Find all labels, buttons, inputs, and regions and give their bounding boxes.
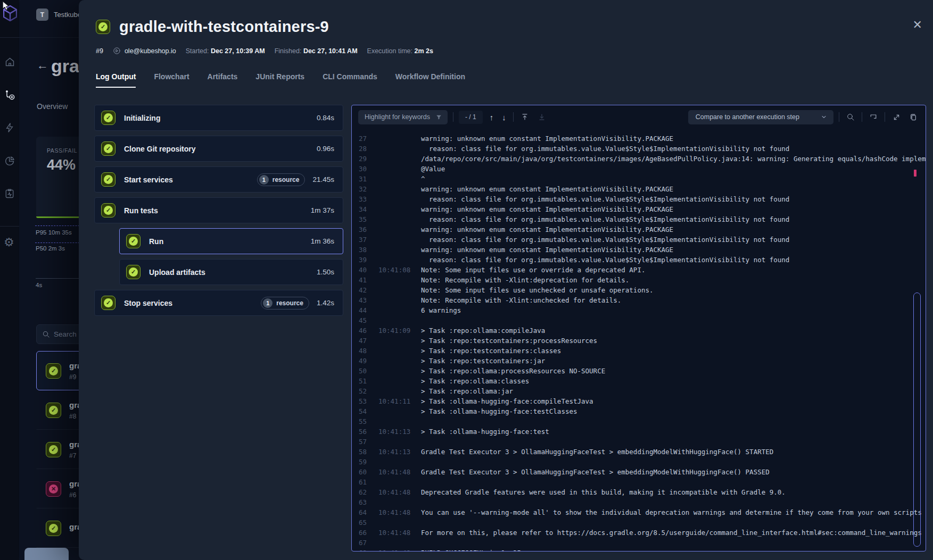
log-line: 64 10:41:48 You can use '--warning-mode … xyxy=(352,507,926,517)
line-text: Gradle Test Executor 3 > OllamaHuggingFa… xyxy=(421,447,773,457)
line-number: 51 xyxy=(354,376,367,386)
line-text: > Task :repo:testcontainers:processResou… xyxy=(421,336,597,346)
line-text: reason: class file for org.immutables.va… xyxy=(421,194,789,204)
highlight-keywords-select[interactable]: Highlight for keywords xyxy=(358,110,448,124)
line-text: > Task :ollama-hugging-face:testClasses xyxy=(421,406,577,416)
search-icon xyxy=(42,330,50,338)
log-line: 62 10:41:48 Deprecated Gradle features w… xyxy=(352,487,926,497)
log-line: 49 > Task :repo:testcontainers:jar xyxy=(352,356,926,366)
log-line: 35 reason: class file for org.immutables… xyxy=(352,214,926,224)
step-status-icon: ✓ xyxy=(101,141,115,156)
settings-gear-icon[interactable]: ⚙ xyxy=(4,237,14,248)
environment-selector[interactable]: T Testkube xyxy=(36,9,81,21)
execution-title: gradle-with-testcontainers-9 xyxy=(119,18,329,36)
step-duration: 1.50s xyxy=(317,268,334,276)
workflow-page-title: gra xyxy=(51,56,79,77)
line-number: 33 xyxy=(354,194,367,204)
line-text: 6 warnings xyxy=(421,305,461,315)
line-number: 28 xyxy=(354,144,367,154)
log-line: 56 10:41:13 > Task :ollama-hugging-face:… xyxy=(352,427,926,437)
line-number: 48 xyxy=(354,346,367,356)
step-row[interactable]: ✓ Stop services 1 resource 1.42s xyxy=(94,290,343,316)
tab[interactable]: Workflow Definition xyxy=(395,72,465,88)
tab[interactable]: Log Output xyxy=(96,72,136,88)
scroll-to-top-icon[interactable] xyxy=(519,111,531,123)
log-line: 31 ^ xyxy=(352,174,926,184)
next-match-icon[interactable]: ↓ xyxy=(500,113,508,122)
search-icon[interactable] xyxy=(845,111,856,123)
log-line: 42 Note: Some input files use unchecked … xyxy=(352,285,926,295)
log-line: 54 > Task :ollama-hugging-face:testClass… xyxy=(352,406,926,416)
log-line: 67 xyxy=(352,538,926,548)
line-number: 42 xyxy=(354,285,367,295)
copy-icon[interactable] xyxy=(907,111,919,123)
line-text: > Task :ollama-hugging-face:test xyxy=(421,427,549,437)
log-line: 61 xyxy=(352,477,926,487)
step-label: Start services xyxy=(124,175,249,184)
log-line: 39 reason: class file for org.immutables… xyxy=(352,255,926,265)
line-number: 34 xyxy=(354,204,367,214)
tab-overview[interactable]: Overview xyxy=(37,102,68,111)
back-arrow-icon[interactable]: ← xyxy=(37,58,48,72)
close-icon[interactable]: ✕ xyxy=(913,19,922,31)
execution-detail-modal: ✕ ✓ gradle-with-testcontainers-9 #9 ole@… xyxy=(79,0,933,560)
log-line: 40 10:41:08 Note: Some input files use o… xyxy=(352,265,926,275)
line-timestamp xyxy=(378,174,412,184)
triggers-lightning-icon[interactable] xyxy=(3,121,16,134)
line-timestamp xyxy=(378,245,412,255)
log-line: 66 10:41:48 For more on this, please ref… xyxy=(352,528,926,538)
log-line: 43 Note: Recompile with -Xlint:unchecked… xyxy=(352,295,926,305)
resource-badge: 1 resource xyxy=(261,297,309,310)
execution-status-icon: ✓ xyxy=(46,363,61,379)
step-row[interactable]: ✓ Start services 1 resource 21.45s xyxy=(94,166,343,193)
line-timestamp xyxy=(378,235,412,245)
workflows-icon[interactable] xyxy=(3,88,16,101)
modal-header: ✓ gradle-with-testcontainers-9 #9 ole@ku… xyxy=(79,0,933,88)
search-match-counter: - / 1 xyxy=(459,111,483,124)
line-text: > Task :repo:ollama:compileJava xyxy=(421,325,545,336)
tab[interactable]: JUnit Reports xyxy=(255,72,304,88)
line-number: 46 xyxy=(354,325,367,336)
tab[interactable]: CLI Commands xyxy=(323,72,377,88)
tab[interactable]: Artifacts xyxy=(208,72,238,88)
execution-status-icon: ✓ xyxy=(46,521,61,536)
environment-avatar: T xyxy=(36,9,48,21)
triggered-by: ole@kubeshop.io xyxy=(113,47,176,55)
reports-clipboard-icon[interactable] xyxy=(3,187,16,200)
log-line: 33 reason: class file for org.immutables… xyxy=(352,194,926,204)
line-timestamp xyxy=(378,497,412,507)
step-row[interactable]: ✓ Upload artifacts 1.50s xyxy=(119,259,343,285)
insights-pie-icon[interactable] xyxy=(3,154,16,167)
line-timestamp: 10:41:48 xyxy=(378,507,412,517)
log-line: 30 @Value xyxy=(352,164,926,174)
log-line: 38 warning: unknown enum constant Implem… xyxy=(352,245,926,255)
line-timestamp xyxy=(378,184,412,194)
step-row[interactable]: ✓ Clone Git repository 0.96s xyxy=(94,136,343,162)
line-timestamp xyxy=(378,214,412,224)
tab[interactable]: Flowchart xyxy=(154,72,189,88)
line-text: > Task :repo:testcontainers:classes xyxy=(421,346,561,356)
previous-match-icon[interactable]: ↑ xyxy=(488,113,496,122)
step-row[interactable]: ✓ Initializing 0.84s xyxy=(94,105,343,131)
line-number: 56 xyxy=(354,427,367,437)
compare-step-dropdown[interactable]: Compare to another execution step xyxy=(688,110,833,124)
step-row[interactable]: ✓ Run tests 1m 37s xyxy=(94,197,343,223)
line-number: 55 xyxy=(354,416,367,427)
execution-number: #9 xyxy=(96,47,103,55)
wrap-lines-icon[interactable] xyxy=(868,111,879,123)
scroll-to-bottom-icon[interactable] xyxy=(536,111,548,123)
log-line: 34 warning: unknown enum constant Implem… xyxy=(352,204,926,214)
expand-icon[interactable] xyxy=(890,111,902,123)
line-number: 65 xyxy=(354,517,367,528)
line-text: > Task :repo:testcontainers:jar xyxy=(421,356,545,366)
line-number: 64 xyxy=(354,507,367,517)
execution-status-icon: ✕ xyxy=(46,481,61,497)
line-number: 54 xyxy=(354,406,367,416)
line-text: /data/repo/core/src/main/java/org/testco… xyxy=(421,154,926,164)
scrollbar-thumb[interactable] xyxy=(913,292,921,547)
home-icon[interactable] xyxy=(3,55,16,68)
line-number: 43 xyxy=(354,295,367,305)
step-row[interactable]: ✓ Run 1m 36s xyxy=(119,228,343,254)
line-text: Note: Recompile with -Xlint:unchecked fo… xyxy=(421,295,621,305)
help-widget[interactable] xyxy=(24,548,69,560)
